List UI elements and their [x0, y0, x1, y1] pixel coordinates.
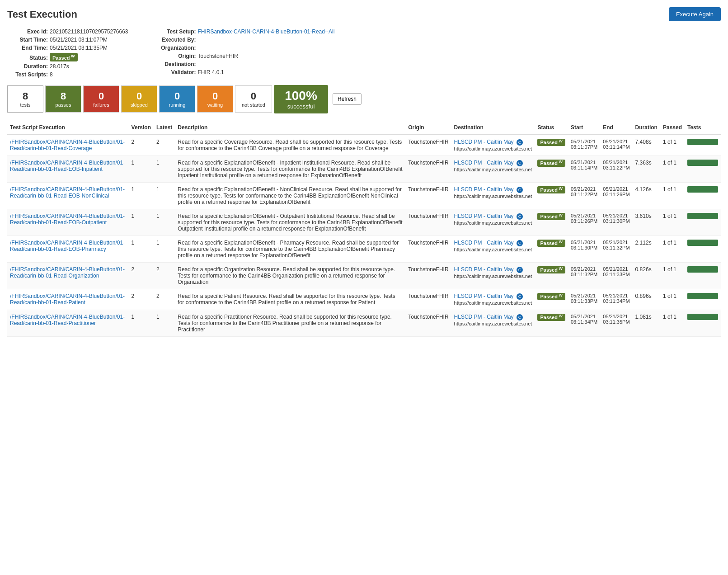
cell-tests — [685, 310, 721, 336]
cell-version: 1 — [129, 209, 154, 236]
tests-label: tests — [20, 102, 30, 108]
cell-description: Read for a specific Patient Resource. Re… — [175, 289, 405, 310]
script-link[interactable]: /FHIRSandbox/CARIN/CARIN-4-BlueButton/01… — [10, 186, 126, 199]
destination-link[interactable]: HLSCD PM - Caitlin May C — [454, 266, 523, 273]
cell-passed: 1 of 1 — [660, 236, 685, 262]
execute-again-button[interactable]: Execute Again — [669, 7, 721, 21]
col-destination: Destination — [451, 121, 535, 135]
cell-duration: 4.126s — [633, 182, 660, 209]
col-end: End — [600, 121, 632, 135]
cell-script: /FHIRSandbox/CARIN/CARIN-4-BlueButton/01… — [7, 310, 129, 336]
page-header: Test Execution Execute Again — [7, 7, 721, 21]
destination-link[interactable]: HLSCD PM - Caitlin May C — [454, 293, 523, 299]
table-body: /FHIRSandbox/CARIN/CARIN-4-BlueButton/01… — [7, 135, 721, 337]
running-number: 0 — [174, 90, 180, 102]
script-link[interactable]: /FHIRSandbox/CARIN/CARIN-4-BlueButton/01… — [10, 160, 126, 172]
cell-destination: HLSCD PM - Caitlin May C https://caitlin… — [451, 156, 535, 182]
cell-origin: TouchstoneFHIR — [405, 182, 451, 209]
destination-row: Destination: — [155, 61, 335, 67]
cell-tests — [685, 262, 721, 289]
col-script: Test Script Execution — [7, 121, 129, 135]
col-duration: Duration — [633, 121, 660, 135]
script-link[interactable]: /FHIRSandbox/CARIN/CARIN-4-BlueButton/01… — [10, 314, 126, 326]
cell-start: 05/21/202103:11:32PM — [568, 262, 600, 289]
cell-description: Read for a specific ExplanationOfBenefit… — [175, 209, 405, 236]
cell-end: 05/21/202103:11:26PM — [600, 182, 632, 209]
script-link[interactable]: /FHIRSandbox/CARIN/CARIN-4-BlueButton/01… — [10, 240, 126, 252]
refresh-button[interactable]: Refresh — [333, 93, 362, 105]
passes-number: 8 — [61, 90, 66, 102]
cell-description: Read for a specific ExplanationOfBenefit… — [175, 156, 405, 182]
cell-status: Passed — [535, 209, 568, 236]
info-right: Test Setup: FHIRSandbox-CARIN-CARIN-4-Bl… — [155, 28, 335, 78]
info-section: Exec Id: 20210521181107029575276663 Star… — [7, 28, 721, 78]
end-time-row: End Time: 05/21/2021 03:11:35PM — [7, 45, 128, 51]
cell-tests — [685, 182, 721, 209]
destination-url: https://caitlinmay.azurewebsites.net — [454, 300, 532, 306]
status-row: Status: Passed — [7, 53, 128, 61]
progress-bar — [687, 240, 718, 246]
stats-passes-box: 8 passes — [45, 85, 81, 113]
cell-end: 05/21/202103:11:30PM — [600, 209, 632, 236]
destination-link[interactable]: HLSCD PM - Caitlin May C — [454, 213, 523, 219]
duration-row: Duration: 28.017s — [7, 63, 128, 70]
cell-destination: HLSCD PM - Caitlin May C https://caitlin… — [451, 209, 535, 236]
status-badge: Passed — [537, 240, 565, 247]
cell-latest: 1 — [154, 182, 175, 209]
test-setup-link[interactable]: FHIRSandbox-CARIN-CARIN-4-BlueButton-01-… — [198, 28, 335, 35]
cell-version: 2 — [129, 262, 154, 289]
cell-latest: 1 — [154, 310, 175, 336]
skipped-number: 0 — [136, 90, 142, 102]
origin-value: TouchstoneFHIR — [198, 53, 238, 59]
stats-skipped-box: 0 skipped — [121, 85, 157, 113]
cell-origin: TouchstoneFHIR — [405, 289, 451, 310]
script-link[interactable]: /FHIRSandbox/CARIN/CARIN-4-BlueButton/01… — [10, 293, 126, 306]
cell-script: /FHIRSandbox/CARIN/CARIN-4-BlueButton/01… — [7, 262, 129, 289]
cell-latest: 1 — [154, 236, 175, 262]
status-badge: Passed — [537, 139, 565, 146]
cell-version: 2 — [129, 289, 154, 310]
cell-script: /FHIRSandbox/CARIN/CARIN-4-BlueButton/01… — [7, 209, 129, 236]
cell-script: /FHIRSandbox/CARIN/CARIN-4-BlueButton/01… — [7, 135, 129, 156]
running-label: running — [169, 102, 186, 108]
script-link[interactable]: /FHIRSandbox/CARIN/CARIN-4-BlueButton/01… — [10, 266, 126, 279]
cell-status: Passed — [535, 310, 568, 336]
script-link[interactable]: /FHIRSandbox/CARIN/CARIN-4-BlueButton/01… — [10, 213, 126, 226]
cell-origin: TouchstoneFHIR — [405, 156, 451, 182]
test-setup-label: Test Setup: — [155, 28, 196, 35]
cell-version: 1 — [129, 182, 154, 209]
stats-bar: 8 tests 8 passes 0 failures 0 skipped 0 … — [7, 85, 721, 113]
tests-number: 8 — [23, 90, 28, 102]
col-version: Version — [129, 121, 154, 135]
table-row: /FHIRSandbox/CARIN/CARIN-4-BlueButton/01… — [7, 135, 721, 156]
destination-link[interactable]: HLSCD PM - Caitlin May C — [454, 314, 523, 320]
cell-version: 1 — [129, 236, 154, 262]
destination-link[interactable]: HLSCD PM - Caitlin May C — [454, 240, 523, 246]
cell-end: 05/21/202103:11:35PM — [600, 310, 632, 336]
cell-status: Passed — [535, 262, 568, 289]
cell-latest: 2 — [154, 135, 175, 156]
cell-version: 2 — [129, 135, 154, 156]
col-tests: Tests — [685, 121, 721, 135]
cell-passed: 1 of 1 — [660, 289, 685, 310]
c-badge: C — [517, 160, 523, 166]
cell-destination: HLSCD PM - Caitlin May C https://caitlin… — [451, 289, 535, 310]
exec-id-row: Exec Id: 20210521181107029575276663 — [7, 28, 128, 35]
destination-link[interactable]: HLSCD PM - Caitlin May C — [454, 186, 523, 193]
script-link[interactable]: /FHIRSandbox/CARIN/CARIN-4-BlueButton/01… — [10, 139, 126, 151]
c-badge: C — [517, 293, 523, 300]
c-badge: C — [517, 213, 523, 220]
destination-link[interactable]: HLSCD PM - Caitlin May C — [454, 139, 523, 145]
col-origin: Origin — [405, 121, 451, 135]
destination-url: https://caitlinmay.azurewebsites.net — [454, 321, 532, 326]
cell-destination: HLSCD PM - Caitlin May C https://caitlin… — [451, 182, 535, 209]
c-badge: C — [517, 240, 523, 246]
not-started-label: not started — [242, 102, 265, 108]
cell-origin: TouchstoneFHIR — [405, 262, 451, 289]
start-time-value: 05/21/2021 03:11:07PM — [50, 37, 108, 43]
destination-link[interactable]: HLSCD PM - Caitlin May C — [454, 160, 523, 166]
organization-label: Organization: — [155, 45, 196, 51]
destination-url: https://caitlinmay.azurewebsites.net — [454, 167, 532, 172]
cell-duration: 7.408s — [633, 135, 660, 156]
progress-bar — [687, 186, 718, 193]
